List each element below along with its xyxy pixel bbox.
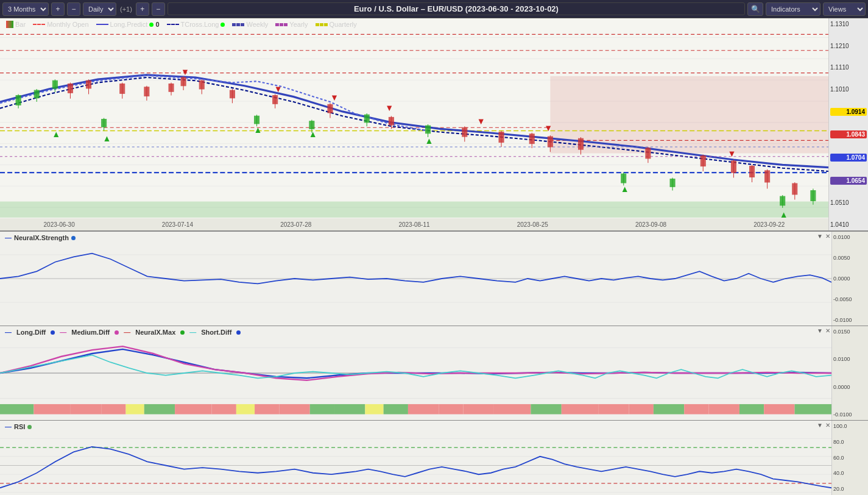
svg-rect-36 — [426, 126, 431, 134]
svg-text:▼: ▼ — [544, 123, 552, 132]
svg-rect-124 — [439, 404, 463, 415]
svg-rect-120 — [334, 404, 365, 415]
diff-svg — [0, 326, 831, 420]
svg-rect-109 — [34, 404, 70, 415]
neuralx-chart[interactable]: — NeuralX.Strength ▼ ✕ — [0, 232, 831, 326]
svg-rect-118 — [279, 404, 309, 415]
neuralx-close-icon[interactable]: ✕ — [825, 233, 830, 240]
svg-rect-86 — [765, 171, 770, 182]
svg-rect-133 — [709, 404, 739, 415]
toolbar: 3 Months + − Daily (+1) + − Euro / U.S. … — [0, 0, 868, 18]
step-back-button[interactable]: − — [152, 2, 165, 16]
rsi-chart[interactable]: — RSI ▼ ✕ — [0, 421, 831, 495]
svg-rect-38 — [621, 174, 626, 183]
neuralx-svg — [0, 232, 831, 326]
svg-rect-66 — [389, 117, 393, 125]
neuralx-dot — [71, 236, 76, 240]
rsi-panel: — RSI ▼ ✕ 100.0 8 — [0, 421, 868, 495]
neuralx-dropdown-icon[interactable]: ▼ — [817, 233, 823, 240]
price-chart-panel[interactable]: Bar Monthly Open Long.Predict 0 TCross.L… — [0, 18, 828, 230]
legend-long-predict-label: Long.Predict — [110, 21, 148, 28]
legend-yearly: Yearly — [275, 21, 308, 28]
price-6: 1.0410 — [830, 221, 867, 228]
neuralx-controls: ▼ ✕ — [817, 233, 830, 240]
dy-1: 0.0150 — [833, 329, 867, 335]
rsi-close-icon[interactable]: ✕ — [825, 422, 830, 429]
diff-dropdown-icon[interactable]: ▼ — [817, 327, 823, 334]
svg-rect-24 — [34, 90, 39, 98]
diff-yaxis: 0.0150 0.0100 0.0000 -0.0100 — [831, 326, 868, 420]
svg-rect-26 — [52, 80, 57, 88]
svg-rect-18 — [0, 202, 828, 218]
zoom-out-button[interactable]: − — [67, 2, 80, 16]
svg-rect-28 — [102, 119, 107, 127]
diff-chart[interactable]: — Long.Diff — Medium.Diff — NeuralX.Max … — [0, 326, 831, 420]
svg-rect-46 — [68, 84, 72, 93]
search-button[interactable]: 🔍 — [747, 2, 763, 16]
tcross-long-dot — [221, 23, 225, 27]
chart-legend: Bar Monthly Open Long.Predict 0 TCross.L… — [6, 21, 357, 28]
svg-text:▲: ▲ — [425, 135, 434, 145]
legend-bar-label: Bar — [15, 21, 26, 28]
ny-4: -0.0050 — [833, 296, 867, 302]
zoom-in-button[interactable]: + — [51, 2, 65, 16]
price-2: 1.1210 — [830, 43, 867, 49]
main-chart: Bar Monthly Open Long.Predict 0 TCross.L… — [0, 18, 868, 232]
date-label-6: 2023-09-08 — [635, 221, 666, 228]
svg-rect-34 — [364, 115, 369, 123]
svg-rect-129 — [598, 404, 629, 415]
svg-rect-80 — [700, 156, 705, 166]
ry-5: 20.0 — [833, 486, 867, 492]
price-chart-svg: ▼ ▼ ▼ ▼ ▼ ▼ ▼ ▲ ▲ ▲ ▲ ▲ ▲ ▲ — [0, 18, 828, 230]
indicators-select[interactable]: Indicators — [766, 2, 820, 16]
svg-rect-62 — [273, 96, 278, 104]
ry-2: 80.0 — [833, 439, 867, 445]
legend-yearly-label: Yearly — [289, 21, 308, 28]
ny-5: -0.0100 — [833, 317, 867, 323]
interval-select[interactable]: Daily — [83, 2, 116, 16]
svg-text:▼: ▼ — [274, 84, 283, 94]
svg-rect-117 — [255, 404, 279, 415]
svg-rect-50 — [120, 84, 125, 94]
svg-text:▼: ▼ — [385, 103, 393, 113]
legend-monthly-open: Monthly Open — [33, 21, 88, 28]
svg-text:▲: ▲ — [621, 183, 629, 193]
rsi-title: — RSI — [5, 423, 32, 430]
price-3: 1.1110 — [830, 64, 867, 71]
medium-diff-dot — [115, 330, 119, 335]
svg-rect-114 — [175, 404, 211, 415]
price-4: 1.1010 — [830, 86, 867, 93]
price-yellow-label: 1.0914 — [830, 108, 867, 116]
views-select[interactable]: Views — [823, 2, 866, 16]
svg-rect-128 — [562, 404, 598, 415]
svg-rect-40 — [670, 179, 675, 187]
timeframe-select[interactable]: 3 Months — [2, 2, 49, 16]
date-label-1: 2023-06-30 — [44, 221, 75, 228]
legend-tcross-long-label: TCross.Long — [181, 21, 219, 28]
svg-rect-110 — [71, 404, 101, 415]
rsi-dropdown-icon[interactable]: ▼ — [817, 422, 823, 429]
step-forward-button[interactable]: + — [136, 2, 149, 16]
neuralx-yaxis: 0.0100 0.0050 0.0000 -0.0050 -0.0100 — [831, 232, 868, 326]
svg-rect-48 — [86, 80, 91, 88]
svg-rect-119 — [310, 404, 334, 415]
svg-text:▲: ▲ — [254, 124, 263, 134]
svg-rect-134 — [739, 404, 764, 415]
svg-rect-54 — [169, 84, 174, 92]
svg-rect-131 — [654, 404, 684, 415]
rsi-yaxis: 100.0 80.0 60.0 40.0 20.0 0.0 — [831, 421, 868, 495]
ry-3: 60.0 — [833, 455, 867, 461]
ny-3: 0.0000 — [833, 276, 867, 282]
neuralx-max-dot — [180, 330, 185, 335]
svg-rect-112 — [126, 404, 144, 415]
svg-text:▼: ▼ — [330, 93, 339, 102]
date-label-5: 2023-08-25 — [517, 221, 548, 228]
svg-rect-127 — [531, 404, 561, 415]
dy-4: -0.0100 — [833, 411, 867, 418]
svg-text:▲: ▲ — [309, 129, 317, 139]
ry-1: 100.0 — [833, 423, 867, 429]
chart-title: Euro / U.S. Dollar – EUR/USD (2023-06-30… — [168, 2, 745, 15]
legend-weekly-label: Weekly — [246, 21, 268, 28]
diff-close-icon[interactable]: ✕ — [825, 327, 830, 334]
legend-monthly-open-label: Monthly Open — [47, 21, 88, 28]
